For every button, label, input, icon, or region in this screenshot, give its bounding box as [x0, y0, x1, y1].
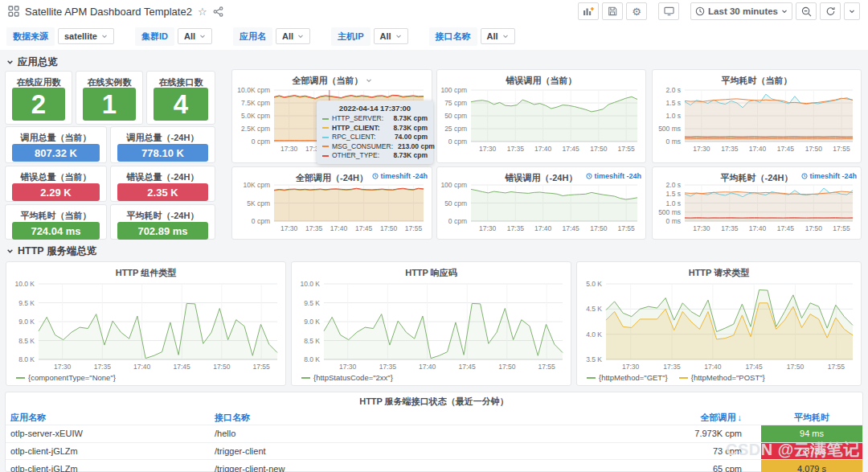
timeshift-badge[interactable]: timeshift -24h — [586, 172, 641, 180]
chart-panel-latency-now: 平均耗时（当前） 0 ms500 ms1.0 s1.5 s2.0 s17:301… — [652, 69, 862, 163]
svg-text:100 cpm: 100 cpm — [440, 86, 467, 94]
svg-text:17:45: 17:45 — [459, 363, 477, 371]
errors-24h-chart[interactable]: 0 cpm50 cpm100 cpm17:3017:3517:4017:4517… — [437, 181, 644, 232]
filter-host-label: 主机IP — [331, 27, 370, 46]
svg-text:17:30: 17:30 — [693, 224, 710, 232]
legend-item[interactable]: {httpStatusCode="2xx"} — [301, 373, 393, 382]
svg-text:17:50: 17:50 — [805, 145, 823, 153]
svg-text:17:45: 17:45 — [746, 363, 764, 371]
legend-item[interactable]: {httpMethod="POST"} — [679, 373, 765, 382]
timeshift-badge[interactable]: timeshift -24h — [372, 172, 428, 180]
cell-avg-latency: 4.079 s — [761, 460, 862, 472]
filter-endpoint-value[interactable]: All — [481, 28, 515, 44]
stat-value: 2.35 K — [117, 183, 208, 201]
svg-text:2.0 s: 2.0 s — [666, 181, 681, 189]
section-collapse-icon — [6, 59, 14, 66]
cell-app-name[interactable]: otlp-client-jGLZm — [6, 443, 205, 460]
panel-menu-caret-icon[interactable] — [366, 77, 372, 84]
cell-app-name[interactable]: otlp-client-jGLZm — [6, 460, 205, 472]
chart-panel-latency-24h: 平均耗时（-24H） timeshift -24h 0 ms500 ms1.0 … — [652, 166, 862, 240]
dashboards-grid-icon[interactable] — [8, 6, 19, 17]
time-range-picker[interactable]: Last 30 minutes — [690, 2, 792, 20]
chart-legend[interactable]: {httpStatusCode="2xx"} — [301, 373, 393, 382]
sort-desc-icon: ↓ — [738, 412, 743, 422]
section-app-overview[interactable]: 应用总览 — [6, 55, 58, 69]
tv-mode-button[interactable] — [658, 2, 679, 20]
svg-text:50 cpm: 50 cpm — [444, 112, 467, 120]
svg-text:9.0 K: 9.0 K — [304, 318, 320, 326]
chart-legend[interactable]: {componentType="None"} — [16, 373, 116, 382]
filter-endpoint: 接口名称 All — [429, 27, 515, 46]
refresh-interval-dropdown[interactable] — [844, 2, 860, 20]
chart-panel-errors-now: 错误调用（当前） 0 cpm25 cpm50 cpm75 cpm100 cpm1… — [436, 69, 646, 163]
legend-item[interactable]: {httpMethod="GET"} — [587, 373, 668, 382]
svg-text:10.0 K: 10.0 K — [14, 280, 35, 288]
svg-text:100 cpm: 100 cpm — [440, 181, 467, 189]
cell-app-name[interactable]: otlp-server-xEUIW — [6, 425, 205, 442]
tooltip-series-row: MSG_CONSUMER:213.00 cpm — [322, 142, 428, 152]
save-dashboard-button[interactable] — [602, 2, 623, 20]
svg-text:10.0K cpm: 10.0K cpm — [237, 86, 270, 94]
svg-text:17:45: 17:45 — [563, 145, 580, 153]
filter-host-value[interactable]: All — [374, 28, 408, 44]
svg-text:3.5 K: 3.5 K — [586, 355, 602, 363]
zoom-out-button[interactable] — [796, 2, 817, 20]
col-header-app-name[interactable]: 应用名称 — [6, 412, 205, 424]
tooltip-series-row: RPC_CLIENT:74.00 cpm — [322, 133, 428, 142]
http-request-type-chart[interactable]: 3.5 K4.0 K4.5 K5.0 K17:3017:3517:4017:45… — [577, 280, 859, 371]
filter-app: 应用名 All — [233, 27, 310, 46]
chart-legend[interactable]: {httpMethod="GET"}{httpMethod="POST"} — [587, 373, 765, 382]
cell-endpoint-name[interactable]: /trigger-client — [205, 443, 633, 460]
section-collapse-icon — [6, 248, 14, 255]
svg-text:8.0 K: 8.0 K — [304, 355, 320, 363]
all-calls-24h-chart[interactable]: 0 cpm5K cpm10K cpm17:3017:3517:4017:4517… — [232, 181, 430, 232]
svg-text:17:35: 17:35 — [305, 224, 323, 232]
latency-now-chart[interactable]: 0 ms500 ms1.0 s1.5 s2.0 s17:3017:3517:40… — [653, 86, 859, 153]
svg-text:17:30: 17:30 — [54, 363, 72, 371]
filter-datasource-value[interactable]: satellite — [58, 28, 114, 44]
stat-value: 4 — [154, 88, 208, 121]
col-header-total-calls[interactable]: 全部调用↓ — [633, 412, 761, 424]
cell-endpoint-name[interactable]: /trigger-client-new — [205, 460, 633, 472]
col-header-avg-latency[interactable]: 平均耗时 — [761, 412, 862, 424]
panel-title: 平均耗时（-24H） — [111, 205, 215, 222]
panel-title: HTTP 组件类型 — [6, 262, 285, 279]
timeshift-badge[interactable]: timeshift -24h — [801, 172, 857, 180]
stat-panel-errors-24h: 错误总量（-24H） 2.35 K — [110, 166, 215, 202]
panel-title: 在线应用数 — [6, 72, 72, 88]
svg-text:17:30: 17:30 — [479, 145, 497, 153]
col-header-endpoint-name[interactable]: 接口名称 — [205, 412, 633, 424]
svg-text:500 ms: 500 ms — [658, 208, 681, 216]
panel-title: HTTP 响应码 — [292, 262, 571, 279]
http-component-type-chart[interactable]: 8.0 K8.5 K9.0 K9.5 K10.0 K17:3017:3517:4… — [6, 280, 284, 371]
section-http-server-overview[interactable]: HTTP 服务端总览 — [6, 244, 96, 258]
svg-text:0 cpm: 0 cpm — [448, 137, 467, 146]
svg-text:17:30: 17:30 — [280, 224, 298, 232]
svg-text:8.5 K: 8.5 K — [304, 337, 320, 345]
cell-endpoint-name[interactable]: /hello — [205, 425, 633, 442]
legend-item[interactable]: {componentType="None"} — [16, 373, 116, 382]
filter-app-value[interactable]: All — [276, 28, 310, 44]
errors-now-chart[interactable]: 0 cpm25 cpm50 cpm75 cpm100 cpm17:3017:35… — [437, 86, 644, 153]
http-status-code-chart[interactable]: 8.0 K8.5 K9.0 K9.5 K10.0 K17:3017:3517:4… — [292, 280, 569, 371]
svg-text:9.5 K: 9.5 K — [304, 299, 320, 307]
stat-panel-online-endpoints: 在线接口数 4 — [146, 71, 215, 125]
svg-text:1.0 s: 1.0 s — [666, 112, 681, 120]
chart-panel-all-calls-now: 全部调用（当前） 0 cpm2.5K cpm5.0K cpm7.5K cpm10… — [231, 69, 432, 163]
panel-title: 全部调用（当前） — [292, 76, 362, 85]
stat-panel-latency-now: 平均耗时（当前） 724.04 ms — [5, 204, 107, 240]
filter-cluster-value[interactable]: All — [178, 28, 212, 44]
dashboard-settings-button[interactable]: ⚙ — [626, 2, 647, 20]
add-panel-button[interactable] — [578, 2, 599, 20]
svg-text:17:30: 17:30 — [280, 145, 298, 153]
star-icon[interactable]: ☆ — [198, 6, 207, 18]
latency-24h-chart[interactable]: 0 ms500 ms1.0 s1.5 s2.0 s17:3017:3517:40… — [653, 181, 859, 232]
svg-text:0 cpm: 0 cpm — [252, 217, 270, 225]
chart-panel-all-calls-24h: 全部调用（-24H） timeshift -24h 0 cpm5K cpm10K… — [231, 166, 432, 240]
refresh-button[interactable] — [820, 2, 841, 20]
share-icon[interactable] — [213, 6, 223, 17]
tooltip-time: 2022-04-14 17:37:00 — [322, 104, 428, 113]
svg-text:17:55: 17:55 — [833, 224, 850, 232]
svg-text:8.5 K: 8.5 K — [18, 337, 35, 345]
svg-text:75 cpm: 75 cpm — [444, 99, 467, 107]
